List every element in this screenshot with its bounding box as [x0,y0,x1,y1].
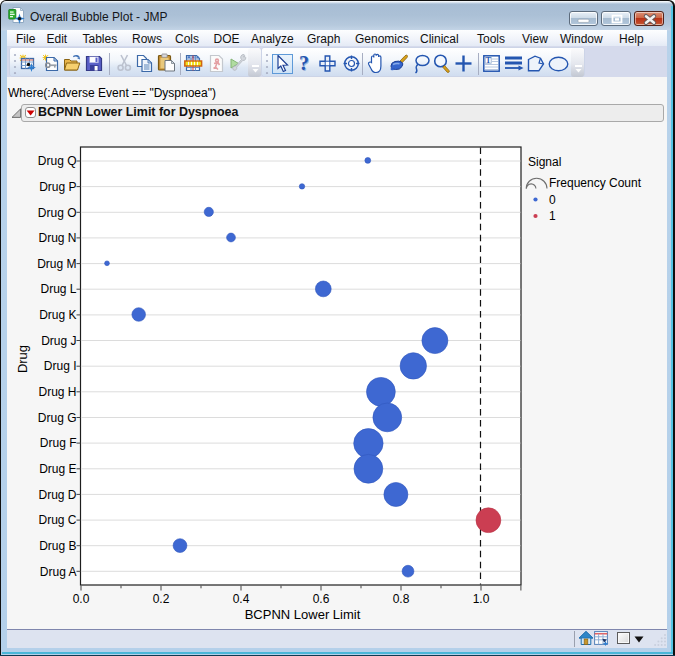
svg-text:0.4: 0.4 [233,592,250,606]
svg-text:Drug A: Drug A [40,565,77,579]
svg-text:Frequency Count: Frequency Count [549,176,642,190]
svg-text:Drug K: Drug K [39,308,76,322]
svg-text:Drug: Drug [15,345,30,373]
svg-text:Drug J: Drug J [41,334,76,348]
svg-text:0.8: 0.8 [393,592,410,606]
svg-text:1: 1 [549,209,556,223]
svg-text:0.2: 0.2 [153,592,170,606]
svg-text:T: T [486,56,491,65]
svg-text:Drug E: Drug E [39,462,76,476]
svg-text:Drug L: Drug L [40,282,76,296]
svg-text:Drug Q: Drug Q [38,154,77,168]
svg-text:Drug G: Drug G [38,411,77,425]
svg-text:Drug C: Drug C [38,513,76,527]
svg-text:Drug H: Drug H [38,385,76,399]
svg-text:Drug M: Drug M [37,257,76,271]
svg-text:Drug F: Drug F [40,436,77,450]
svg-text:Drug D: Drug D [38,488,76,502]
svg-text:BCPNN Lower Limit: BCPNN Lower Limit [245,607,361,622]
svg-text:0.6: 0.6 [313,592,330,606]
svg-text:1.0: 1.0 [473,592,490,606]
svg-text:Drug B: Drug B [39,539,76,553]
svg-text:0: 0 [549,193,556,207]
svg-text:0.0: 0.0 [73,592,90,606]
svg-text:Signal: Signal [528,155,561,169]
svg-text:Drug I: Drug I [44,359,77,373]
svg-text:Drug N: Drug N [38,231,76,245]
svg-text:Drug O: Drug O [38,206,77,220]
svg-text:Drug P: Drug P [39,180,76,194]
